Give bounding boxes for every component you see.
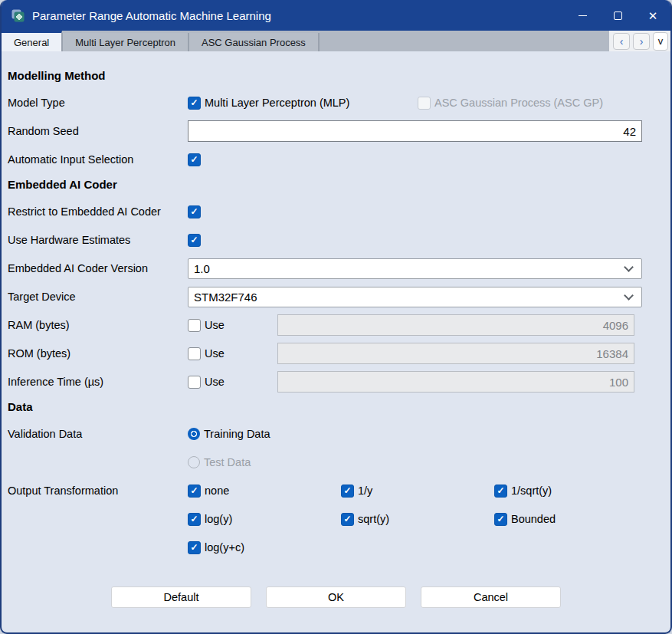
training-data-radio[interactable]: [188, 428, 200, 440]
test-data-row: Test Data: [8, 452, 664, 473]
inference-use-checkbox[interactable]: [188, 376, 201, 389]
ot-logy-checkbox[interactable]: ✓: [188, 513, 201, 526]
validation-data-label: Validation Data: [8, 423, 188, 445]
ot-none-label: none: [205, 485, 229, 497]
tab-scroll-left-button[interactable]: ‹: [613, 33, 630, 50]
ot-option-sqrt-y[interactable]: ✓ sqrt(y): [341, 508, 494, 530]
hardware-estimates-checkbox[interactable]: ✓: [188, 234, 201, 247]
chevron-left-icon: ‹: [620, 35, 624, 48]
check-icon: ✓: [497, 486, 504, 495]
check-icon: ✓: [190, 207, 198, 216]
ram-use-group[interactable]: Use: [188, 319, 277, 332]
restrict-embedded-row: Restrict to Embedded AI Coder ✓: [8, 201, 664, 222]
automatic-input-selection-checkbox[interactable]: ✓: [188, 153, 201, 166]
ot-none-checkbox[interactable]: ✓: [188, 485, 201, 498]
ok-button[interactable]: OK: [266, 586, 406, 608]
check-icon: ✓: [190, 155, 198, 164]
ot-1sqrty-label: 1/sqrt(y): [511, 485, 552, 497]
tab-bar: General Multi Layer Perceptron ASC Gauss…: [2, 31, 670, 51]
inference-use-group[interactable]: Use: [188, 376, 277, 389]
restrict-embedded-checkbox[interactable]: ✓: [188, 205, 201, 218]
output-transformation-row: Output Transformation ✓ none ✓ 1/y ✓ 1/s…: [8, 480, 664, 558]
check-icon: ✓: [190, 514, 198, 524]
random-seed-input[interactable]: [188, 120, 642, 142]
rom-label: ROM (bytes): [8, 343, 188, 364]
ot-1y-checkbox[interactable]: ✓: [341, 485, 354, 498]
dialog-window: Parameter Range Automatic Machine Learni…: [0, 0, 672, 634]
inference-time-label: Inference Time (µs): [8, 371, 188, 393]
tab-general[interactable]: General: [2, 31, 62, 51]
maximize-button[interactable]: [600, 0, 635, 31]
test-data-radio: [188, 456, 200, 468]
ot-bounded-checkbox[interactable]: ✓: [494, 513, 507, 526]
ot-sqrty-checkbox[interactable]: ✓: [341, 513, 354, 526]
ot-option-none[interactable]: ✓ none: [188, 480, 341, 501]
ot-bounded-label: Bounded: [511, 513, 556, 525]
cancel-button[interactable]: Cancel: [421, 586, 561, 608]
ot-logyc-checkbox[interactable]: ✓: [188, 541, 201, 554]
ot-logyc-label: log(y+c): [205, 541, 244, 554]
tab-general-label: General: [14, 37, 49, 48]
rom-use-group[interactable]: Use: [188, 347, 277, 360]
ot-option-1-over-y[interactable]: ✓ 1/y: [341, 480, 494, 501]
rom-use-checkbox[interactable]: [188, 347, 201, 360]
app-icon: [11, 9, 25, 22]
training-data-radio-group[interactable]: Training Data: [188, 428, 270, 440]
dialog-content: Modelling Method Model Type ✓ Multi Laye…: [2, 68, 670, 608]
close-button[interactable]: ✕: [635, 0, 670, 31]
target-device-row: Target Device STM32F746: [8, 286, 664, 307]
tab-ascgp-label: ASC Gaussian Process: [202, 37, 306, 48]
output-transformation-label: Output Transformation: [8, 480, 188, 501]
ot-option-1-over-sqrt-y[interactable]: ✓ 1/sqrt(y): [494, 480, 647, 501]
tab-list-button[interactable]: v: [653, 32, 668, 51]
restrict-embedded-label: Restrict to Embedded AI Coder: [8, 201, 188, 222]
default-button[interactable]: Default: [111, 586, 251, 608]
coder-version-select[interactable]: 1.0: [188, 258, 642, 279]
check-icon: ✓: [190, 235, 198, 245]
ot-sqrty-label: sqrt(y): [358, 513, 389, 525]
tab-multi-layer-perceptron[interactable]: Multi Layer Perceptron: [62, 33, 188, 51]
title-bar: Parameter Range Automatic Machine Learni…: [2, 0, 670, 31]
automatic-input-selection-row: Automatic Input Selection ✓: [8, 149, 664, 170]
tab-list-icon: v: [658, 35, 664, 47]
ot-option-log-y[interactable]: ✓ log(y): [188, 508, 341, 530]
ram-row: RAM (bytes) Use: [8, 314, 664, 336]
target-device-select[interactable]: STM32F746: [188, 287, 642, 307]
ot-option-log-y-plus-c[interactable]: ✓ log(y+c): [188, 537, 341, 558]
inference-time-input: [277, 371, 634, 393]
minimize-button[interactable]: [565, 0, 600, 31]
test-data-label: Test Data: [204, 456, 251, 468]
output-transformation-grid: ✓ none ✓ 1/y ✓ 1/sqrt(y) ✓ log(y) ✓ sq: [188, 480, 647, 558]
training-data-label: Training Data: [204, 428, 270, 440]
check-icon: ✓: [343, 486, 351, 495]
ot-1y-label: 1/y: [358, 485, 372, 497]
ascgp-checkbox-group: ASC Gaussian Process (ASC GP): [418, 97, 603, 110]
ram-use-checkbox[interactable]: [188, 319, 201, 332]
rom-row: ROM (bytes) Use: [8, 343, 664, 364]
tab-scroll-right-button[interactable]: ›: [633, 33, 650, 50]
check-icon: ✓: [497, 514, 504, 524]
random-seed-label: Random Seed: [8, 120, 188, 142]
inference-use-label: Use: [205, 376, 225, 388]
ram-input: [277, 314, 634, 336]
maximize-icon: [614, 11, 622, 20]
inference-time-row: Inference Time (µs) Use: [8, 371, 664, 393]
ascgp-checkbox-label: ASC Gaussian Process (ASC GP): [434, 97, 603, 109]
ot-option-bounded[interactable]: ✓ Bounded: [494, 508, 647, 530]
check-icon: ✓: [190, 543, 198, 552]
target-device-value: STM32F746: [194, 291, 625, 304]
mlp-checkbox-group[interactable]: ✓ Multi Layer Perceptron (MLP): [188, 97, 418, 110]
chevron-down-icon: [624, 291, 634, 301]
tab-asc-gaussian-process[interactable]: ASC Gaussian Process: [188, 33, 319, 51]
rom-input: [277, 343, 634, 364]
coder-version-value: 1.0: [194, 262, 625, 275]
tab-bar-spacer: [319, 33, 609, 51]
mlp-checkbox[interactable]: ✓: [188, 97, 201, 110]
check-icon: ✓: [190, 486, 198, 495]
section-heading-modelling-method: Modelling Method: [8, 68, 664, 84]
model-type-label: Model Type: [8, 92, 188, 113]
close-icon: ✕: [648, 10, 658, 21]
ot-1sqrty-checkbox[interactable]: ✓: [494, 485, 507, 498]
check-icon: ✓: [190, 98, 198, 107]
dialog-footer: Default OK Cancel: [8, 586, 664, 608]
